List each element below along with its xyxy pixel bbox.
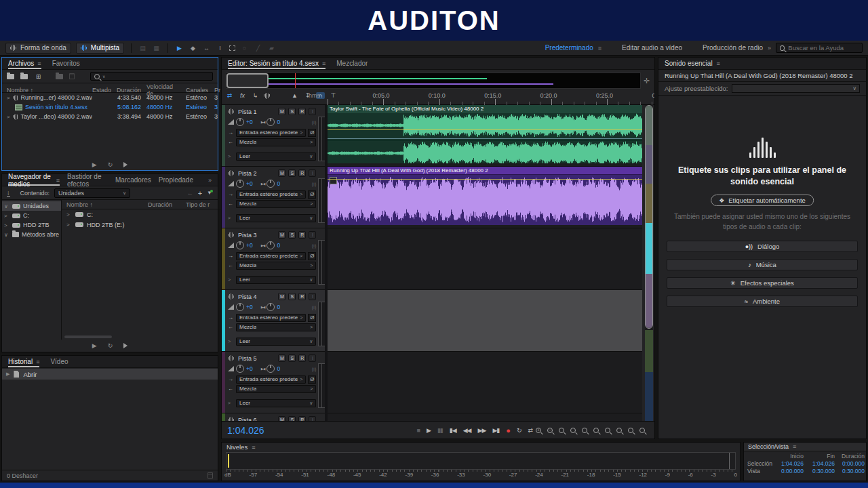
phase-button[interactable]: Ø <box>308 129 316 137</box>
selection-start-value[interactable]: 1:04.026 <box>772 460 804 467</box>
selection-end-value[interactable]: 1:04.026 <box>804 460 835 467</box>
automation-expand-icon[interactable]: > <box>228 277 234 282</box>
move-tool-icon[interactable]: ▶ <box>175 45 184 52</box>
pan-envelope-line[interactable] <box>328 138 642 139</box>
tab-properties[interactable]: Propiedade <box>159 174 193 186</box>
input-select[interactable]: Entrada estéreo predete > <box>236 129 306 137</box>
zoom-out-icon[interactable]: − <box>547 428 553 433</box>
zoom-out-time-icon[interactable] <box>570 428 576 433</box>
media-column-headers[interactable]: Nombre ↑ Duración Tipo de r <box>62 200 221 209</box>
pan-value[interactable]: 0 <box>277 119 280 125</box>
sfx-button[interactable]: ✳ Efectos especiales <box>667 277 858 289</box>
solo-button[interactable]: S <box>288 416 296 421</box>
auto-tag-button[interactable]: ❖ Etiquetar automáticamente <box>711 195 814 206</box>
history-entry[interactable]: ▶ Abrir <box>2 369 218 380</box>
track-lane-2[interactable]: Running Up That Hill (A Deal With God) (… <box>328 167 642 228</box>
list-item[interactable]: > HDD 2TB (E:) <box>62 220 221 230</box>
solo-button[interactable]: S <box>288 169 296 177</box>
expand-icon[interactable]: > <box>7 114 10 120</box>
input-monitor-button[interactable]: I <box>309 293 316 300</box>
audio-clip-track1[interactable]: Taylor Swift - The Fate of Ophelia (Offi… <box>328 105 642 163</box>
new-file-icon[interactable]: ⊞ <box>34 73 43 80</box>
record-button[interactable]: ● <box>506 426 510 434</box>
zoom-selection-left-icon[interactable] <box>593 428 599 433</box>
tab-effects-rack[interactable]: Bastidor de efectos <box>67 174 108 186</box>
expand-icon[interactable]: > <box>4 213 9 219</box>
track-name[interactable]: Pista 4 <box>238 293 257 300</box>
expand-icon[interactable]: ∨ <box>4 232 9 238</box>
scrollbar-thumb[interactable] <box>645 105 653 329</box>
view-end-value[interactable]: 0:30.000 <box>804 468 835 474</box>
navigate-icon[interactable]: ✛ <box>644 77 650 85</box>
panel-menu-icon[interactable]: ≡ <box>322 60 326 67</box>
solo-button[interactable]: S <box>288 231 296 239</box>
automation-icon[interactable]: ⇄ <box>225 92 234 99</box>
zoom-in-icon[interactable]: + <box>536 428 541 433</box>
workspace-menu-icon[interactable]: ≡ <box>598 45 601 52</box>
tab-video[interactable]: Vídeo <box>50 356 68 367</box>
go-to-start-button[interactable]: ▮◀ <box>450 427 456 434</box>
track-lane-3[interactable] <box>328 228 642 290</box>
view-duration-value[interactable]: 0:30.000 <box>835 468 865 474</box>
stop-button[interactable]: ■ <box>417 427 420 434</box>
output-select[interactable]: Mezcla > <box>236 385 316 393</box>
more-workspaces-icon[interactable]: » <box>768 45 771 52</box>
lasso-tool-icon[interactable]: ○ <box>240 45 249 52</box>
automation-mode-select[interactable]: Leer ∨ <box>236 399 316 407</box>
volume-value[interactable]: +0 <box>246 119 253 125</box>
tree-item[interactable]: > HDD 2TB <box>2 220 61 230</box>
selection-duration-value[interactable]: 0:00.000 <box>835 460 865 467</box>
mute-button[interactable]: M <box>278 416 285 421</box>
pause-button[interactable]: ▮▮ <box>437 427 443 434</box>
tab-markers[interactable]: Marcadores <box>115 174 151 186</box>
mute-button[interactable]: M <box>278 354 285 362</box>
fx-icon[interactable]: fx <box>238 92 247 99</box>
automation-mode-select[interactable]: Leer ∨ <box>236 152 316 161</box>
view-start-value[interactable]: 0:00.000 <box>772 468 804 474</box>
input-monitor-button[interactable]: I <box>309 108 316 115</box>
table-row[interactable]: > Running...er) 48000 2.wav 4:33.540 480… <box>2 93 218 102</box>
automation-mode-select[interactable]: Leer ∨ <box>236 214 316 222</box>
fast-forward-button[interactable]: ▶▶ <box>478 427 486 434</box>
loop-playback-button[interactable]: ↻ <box>517 427 521 434</box>
track-lane-6[interactable] <box>328 413 642 421</box>
preset-select[interactable]: ∨ <box>732 84 860 93</box>
expand-icon[interactable]: > <box>4 222 9 228</box>
skip-selection-button[interactable]: ⇄ <box>528 427 532 434</box>
solo-button[interactable]: S <box>288 293 296 300</box>
play-button[interactable]: ▶ <box>427 427 431 434</box>
go-to-end-button[interactable]: ▶▮ <box>492 427 499 434</box>
essential-sound-clip-row[interactable]: Running Up That Hill (A Deal With God) (… <box>658 70 866 82</box>
open-file-icon[interactable] <box>7 74 14 79</box>
zoom-full-icon[interactable] <box>582 428 587 433</box>
record-arm-button[interactable]: R <box>298 169 306 177</box>
help-search-input[interactable] <box>788 44 859 52</box>
zoom-all-icon[interactable] <box>639 428 645 433</box>
dialogue-button[interactable]: ●)) Diálogo <box>667 241 858 252</box>
panel-menu-icon[interactable]: ≡ <box>717 60 720 67</box>
record-arm-button[interactable]: R <box>298 108 306 115</box>
track-lane-5[interactable] <box>328 352 642 413</box>
help-search-box[interactable] <box>776 43 863 53</box>
automation-expand-icon[interactable]: > <box>228 154 234 159</box>
save-icon[interactable] <box>56 74 63 79</box>
tab-favorites[interactable]: Favoritos <box>52 58 80 69</box>
import-icon[interactable]: ↓ <box>7 189 10 197</box>
track-lane-1[interactable]: Taylor Swift - The Fate of Ophelia (Offi… <box>328 105 642 167</box>
input-monitor-button[interactable]: I <box>309 416 316 421</box>
music-button[interactable]: ♪ Música <box>667 259 858 270</box>
volume-value[interactable]: +0 <box>246 365 253 372</box>
content-select[interactable]: Unidades ∨ <box>54 188 130 198</box>
pan-knob[interactable] <box>267 118 275 126</box>
preview-play-icon[interactable]: ▶ <box>92 342 97 349</box>
add-shortcut-icon[interactable]: + <box>198 189 202 197</box>
tab-files[interactable]: Archivos ≡ <box>8 58 41 69</box>
tab-editor[interactable]: Editor: Sesión sin título 4.sesx ≡ <box>228 58 326 69</box>
panel-menu-icon[interactable]: ≡ <box>37 60 41 67</box>
workspace-radio-production[interactable]: Producción de radio <box>703 44 763 52</box>
automation-expand-icon[interactable]: > <box>228 216 234 220</box>
pan-knob[interactable] <box>267 303 275 311</box>
workspace-default[interactable]: Predeterminado <box>545 44 593 52</box>
pan-knob[interactable] <box>267 241 275 249</box>
output-select[interactable]: Mezcla > <box>236 138 316 146</box>
